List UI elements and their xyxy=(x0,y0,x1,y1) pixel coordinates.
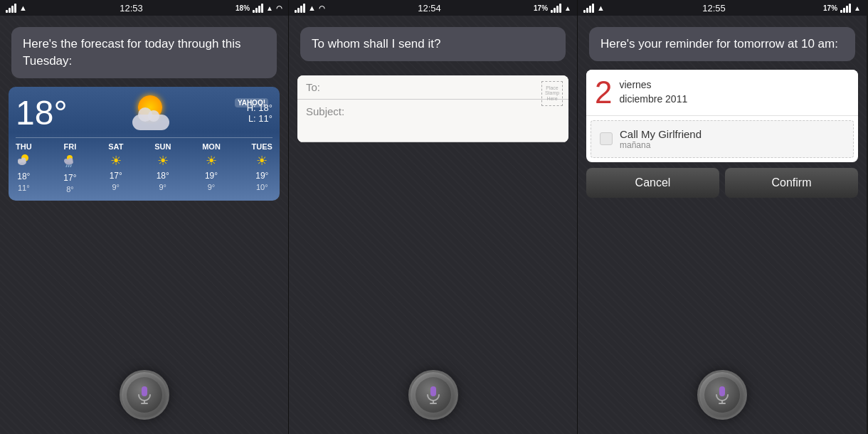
wifi-icon-1b: ▲ xyxy=(266,4,273,12)
signal-icon-1 xyxy=(6,4,16,13)
wifi-icon-3b: ▲ xyxy=(854,4,861,12)
signal-icon-2 xyxy=(295,4,305,13)
battery-pct-1: 18% xyxy=(235,4,250,12)
reminder-month-year: diciembre 2011 xyxy=(619,92,687,107)
cloud-part xyxy=(132,115,169,130)
reminder-day-num: 2 xyxy=(595,77,612,108)
mic-inner-2 xyxy=(416,377,451,413)
weather-day-tues: TUES ☀ 19° 10° xyxy=(252,142,272,194)
svg-line-8 xyxy=(66,165,67,167)
tues-icon: ☀ xyxy=(256,153,268,169)
panel-reminder: ▲ 12:55 17% ▲ Here's your reminder for t… xyxy=(578,0,867,434)
siri-text-3: Here's your reminder for tomorrow at 10 … xyxy=(600,37,838,51)
status-right-1: 18% ▲ ◠ xyxy=(235,4,282,13)
signal-icon-2b xyxy=(551,4,561,13)
yahoo-badge: YAHOO! xyxy=(235,98,268,107)
mic-button-1[interactable] xyxy=(120,370,169,420)
battery-pct-3: 17% xyxy=(823,4,837,12)
svg-point-7 xyxy=(68,158,73,163)
svg-rect-11 xyxy=(142,386,147,396)
status-right-3: 17% ▲ xyxy=(823,4,861,13)
status-left-2: ▲ ◠ xyxy=(295,4,325,13)
loading-icon-2: ◠ xyxy=(319,4,325,12)
reminder-title: Call My Girlfriend xyxy=(620,128,845,140)
battery-pct-2: 17% xyxy=(534,4,548,12)
siri-content-1: Here's the forecast for today through th… xyxy=(0,16,288,434)
signal-icon-3 xyxy=(583,4,594,13)
reminder-day-name: viernes xyxy=(619,78,687,92)
weather-main-icon xyxy=(132,94,182,133)
cancel-button[interactable]: Cancel xyxy=(586,168,719,198)
svg-rect-14 xyxy=(430,386,436,396)
stamp-area: PlaceStampHere xyxy=(541,81,563,106)
weather-low: L: 11° xyxy=(247,113,272,124)
signal-icon-3b xyxy=(840,4,851,13)
panel-weather: ▲ 12:53 18% ▲ ◠ Here's the forecast for … xyxy=(0,0,289,434)
email-to-label: To: xyxy=(306,81,320,93)
mon-icon: ☀ xyxy=(206,153,217,169)
time-2: 12:54 xyxy=(418,3,441,14)
status-left-1: ▲ xyxy=(6,4,27,13)
status-bar-3: ▲ 12:55 17% ▲ xyxy=(578,0,867,16)
wifi-icon-1: ▲ xyxy=(19,4,27,12)
weather-days: THU 18° 11° FRI xyxy=(16,142,272,194)
mic-inner-1 xyxy=(127,377,162,413)
siri-content-3: Here's your reminder for tomorrow at 10 … xyxy=(578,16,867,434)
signal-icon-1b xyxy=(253,4,263,13)
weather-temp-main: 18° xyxy=(16,96,68,130)
confirm-button[interactable]: Confirm xyxy=(725,168,858,198)
time-1: 12:53 xyxy=(120,3,143,14)
mic-button-2[interactable] xyxy=(408,370,458,420)
weather-day-thu: THU 18° 11° xyxy=(16,142,32,194)
status-right-2: 17% ▲ xyxy=(534,4,571,13)
reminder-date-row: 2 viernes diciembre 2011 xyxy=(586,70,858,116)
svg-line-9 xyxy=(68,165,69,167)
mic-icon-3 xyxy=(714,385,731,405)
svg-point-6 xyxy=(64,159,68,163)
status-bar-2: ▲ ◠ 12:54 17% ▲ xyxy=(289,0,577,16)
reminder-date-text: viernes diciembre 2011 xyxy=(619,78,687,106)
status-left-3: ▲ xyxy=(583,4,605,13)
email-subject-label: Subject: xyxy=(306,105,344,117)
weather-day-fri: FRI 17° 8° xyxy=(63,142,77,194)
siri-content-2: To whom shall I send it? PlaceStampHere … xyxy=(289,16,577,434)
svg-point-3 xyxy=(21,157,26,162)
wifi-icon-2b: ▲ xyxy=(564,4,571,12)
siri-bubble-3: Here's your reminder for tomorrow at 10 … xyxy=(589,27,855,61)
email-to-field[interactable]: To: xyxy=(297,75,568,100)
svg-rect-17 xyxy=(719,386,725,396)
time-3: 12:55 xyxy=(702,3,726,14)
reminder-checkbox[interactable] xyxy=(600,132,613,145)
reminder-text-block: Call My Girlfriend mañana xyxy=(620,128,845,150)
panel-email: ▲ ◠ 12:54 17% ▲ To whom shall I send it?… xyxy=(289,0,578,434)
mic-icon-2 xyxy=(425,385,442,405)
weather-day-mon: MON ☀ 19° 9° xyxy=(202,142,221,194)
siri-text-2: To whom shall I send it? xyxy=(312,37,440,51)
reminder-item: Call My Girlfriend mañana xyxy=(591,120,854,158)
mic-inner-3 xyxy=(704,377,740,413)
svg-line-10 xyxy=(70,165,71,167)
wifi-icon-2: ▲ xyxy=(308,4,316,12)
email-compose: PlaceStampHere To: Subject: xyxy=(297,75,568,142)
siri-bubble-1: Here's the forecast for today through th… xyxy=(11,27,277,78)
wifi-icon-3: ▲ xyxy=(597,4,605,12)
weather-card: 18° H: 18° L: 11° YAHOO! THU xyxy=(9,87,280,201)
mic-icon-1 xyxy=(136,385,153,405)
fri-icon xyxy=(63,153,77,171)
action-buttons: Cancel Confirm xyxy=(586,168,858,198)
sun-icon: ☀ xyxy=(157,153,169,169)
mic-button-3[interactable] xyxy=(697,370,747,420)
thu-icon xyxy=(16,153,31,169)
sat-icon: ☀ xyxy=(110,153,122,169)
weather-divider xyxy=(16,137,272,138)
loading-icon-1: ◠ xyxy=(276,4,282,12)
siri-text-1: Here's the forecast for today through th… xyxy=(23,37,241,68)
weather-day-sun: SUN ☀ 18° 9° xyxy=(154,142,171,194)
stamp-text: PlaceStampHere xyxy=(545,85,559,102)
weather-top: 18° H: 18° L: 11° YAHOO! xyxy=(16,94,272,133)
email-subject-field[interactable]: Subject: xyxy=(297,100,568,142)
siri-bubble-2: To whom shall I send it? xyxy=(300,27,566,61)
reminder-sub: mañana xyxy=(620,140,845,150)
weather-day-sat: SAT ☀ 17° 9° xyxy=(108,142,123,194)
status-bar-1: ▲ 12:53 18% ▲ ◠ xyxy=(0,0,288,16)
